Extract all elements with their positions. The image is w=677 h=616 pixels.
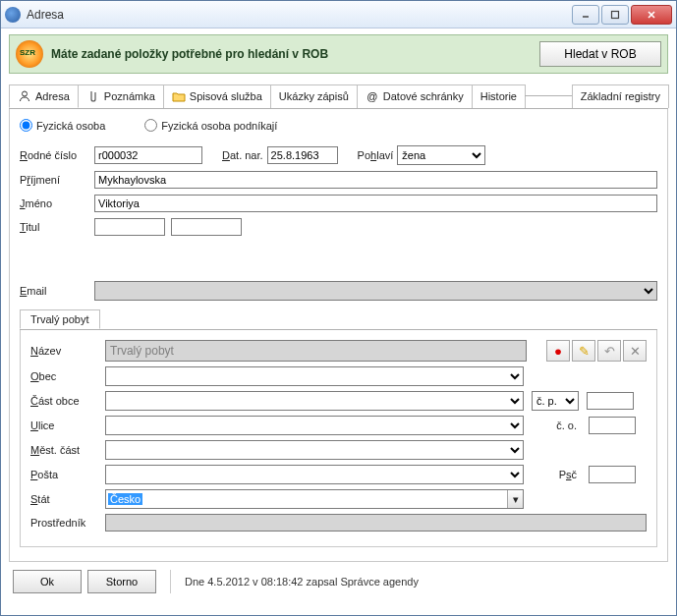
radio-label: Fyzická osoba podníkají (161, 120, 277, 132)
nazev-display: Trvalý pobyt (105, 340, 527, 362)
jmeno-label: Jméno (20, 197, 94, 209)
prostrednik-label: Prostředník (30, 517, 105, 529)
radio-label: Fyzická osoba (36, 120, 105, 132)
ulice-select[interactable] (105, 416, 524, 435)
tab-label: Ukázky zápisů (279, 90, 349, 102)
tab-label: Základní registry (581, 90, 660, 102)
tab-historie[interactable]: Historie (472, 84, 526, 108)
stat-select[interactable]: Česko ▾ (105, 489, 524, 509)
x-icon: ✕ (630, 344, 641, 359)
tab-label: Adresa (35, 90, 70, 102)
posta-select[interactable] (105, 465, 524, 484)
ok-button[interactable]: Ok (13, 570, 82, 593)
rodne-cislo-input[interactable] (94, 146, 202, 164)
obec-label: Obec (30, 370, 105, 382)
rob-banner: Máte zadané položky potřebné pro hledání… (9, 34, 668, 74)
prijmeni-input[interactable] (94, 171, 657, 189)
subtab-trvaly[interactable]: Trvalý pobyt (20, 309, 100, 329)
dat-nar-input[interactable] (267, 146, 338, 164)
email-label: Email (20, 285, 94, 297)
status-text: Dne 4.5.2012 v 08:18:42 zapsal Správce a… (185, 576, 419, 588)
tab-poznamka[interactable]: Poznámka (78, 84, 164, 108)
address-tool-buttons: ● ✎ ↶ ✕ (546, 340, 647, 362)
minimize-button[interactable] (572, 5, 599, 25)
edit-button[interactable]: ✎ (572, 340, 595, 362)
form-panel: Fyzická osoba Fyzická osoba podníkají Ro… (9, 109, 668, 562)
cast-label: Část obce (30, 395, 105, 407)
cp-select[interactable]: č. p. (532, 391, 579, 411)
record-button[interactable]: ● (546, 340, 570, 362)
subtab-label: Trvalý pobyt (30, 313, 89, 325)
address-subtabs: Trvalý pobyt (20, 307, 657, 330)
tab-ukazky[interactable]: Ukázky zápisů (270, 84, 358, 108)
clip-icon (86, 89, 100, 103)
tab-label: Poznámka (104, 90, 155, 102)
titul-label: Titul (20, 221, 94, 233)
storno-button[interactable]: Storno (87, 570, 156, 593)
mest-label: Měst. část (30, 444, 105, 456)
tab-spisova[interactable]: Spisová služba (163, 84, 271, 108)
radio-fyzicka-input[interactable] (20, 119, 32, 132)
pohlavi-label: Pohlaví (358, 149, 394, 161)
psc-input[interactable] (589, 466, 636, 483)
jmeno-input[interactable] (94, 195, 657, 212)
folder-icon (172, 89, 186, 103)
datnar-label: Dat. nar. (222, 149, 263, 161)
tab-adresa[interactable]: Adresa (9, 84, 79, 108)
tab-registry[interactable]: Základní registry (572, 84, 669, 108)
maximize-button[interactable] (601, 5, 629, 25)
titlebar: Adresa (1, 1, 676, 28)
at-icon: @ (366, 89, 379, 103)
undo-icon: ↶ (604, 344, 615, 359)
window: Adresa Máte zadané položky potřebné pro … (0, 0, 677, 616)
window-title: Adresa (27, 8, 64, 22)
titul-before-input[interactable] (94, 218, 165, 236)
nazev-label: Název (30, 345, 105, 357)
radio-fyzicka[interactable]: Fyzická osoba (20, 119, 105, 132)
prostrednik-input[interactable] (105, 514, 647, 532)
undo-button[interactable]: ↶ (597, 340, 621, 362)
radio-podnikaji[interactable]: Fyzická osoba podníkají (144, 119, 277, 132)
delete-button[interactable]: ✕ (623, 340, 647, 362)
footer: Ok Storno Dne 4.5.2012 v 08:18:42 zapsal… (9, 562, 668, 597)
person-type-radios: Fyzická osoba Fyzická osoba podníkají (20, 119, 657, 132)
svg-point-4 (23, 91, 28, 96)
tab-label: Historie (480, 90, 517, 102)
tab-label: Spisová služba (190, 90, 262, 102)
obec-select[interactable] (105, 366, 524, 386)
stat-label: Stát (30, 493, 105, 505)
tab-label: Datové schránky (383, 90, 464, 102)
mest-cast-select[interactable] (105, 440, 524, 460)
cp-input[interactable] (587, 392, 634, 410)
radio-podnikaji-input[interactable] (144, 119, 157, 132)
posta-label: Pošta (30, 469, 105, 480)
person-icon (18, 89, 31, 103)
search-rob-button[interactable]: Hledat v ROB (539, 41, 661, 67)
tab-datove[interactable]: @ Datové schránky (357, 84, 473, 108)
chevron-down-icon: ▾ (507, 490, 523, 508)
prijmeni-label: Příjmení (20, 174, 94, 186)
szr-icon (16, 40, 43, 68)
email-select[interactable] (94, 281, 657, 301)
client-area: Máte zadané položky potřebné pro hledání… (1, 28, 676, 615)
co-input[interactable] (589, 417, 636, 434)
address-panel: Název Trvalý pobyt ● ✎ ↶ ✕ Obec Část obc… (20, 330, 657, 547)
pohlavi-select[interactable]: žena (397, 145, 485, 165)
stat-value: Česko (108, 493, 142, 505)
co-label: č. o. (537, 420, 577, 431)
psc-label: Psč (537, 469, 577, 480)
record-icon: ● (554, 344, 562, 359)
divider (170, 570, 171, 593)
app-icon (5, 7, 21, 23)
close-button[interactable] (631, 5, 672, 25)
rodne-label: Rodné číslo (20, 149, 94, 161)
titul-after-input[interactable] (171, 218, 242, 236)
cast-obce-select[interactable] (105, 391, 524, 411)
ulice-label: Ulice (30, 420, 105, 431)
main-tabs: Adresa Poznámka Spisová služba Ukázky zá… (9, 84, 668, 109)
banner-message: Máte zadané položky potřebné pro hledání… (51, 47, 539, 61)
pencil-icon: ✎ (579, 344, 590, 359)
svg-rect-1 (612, 11, 619, 18)
